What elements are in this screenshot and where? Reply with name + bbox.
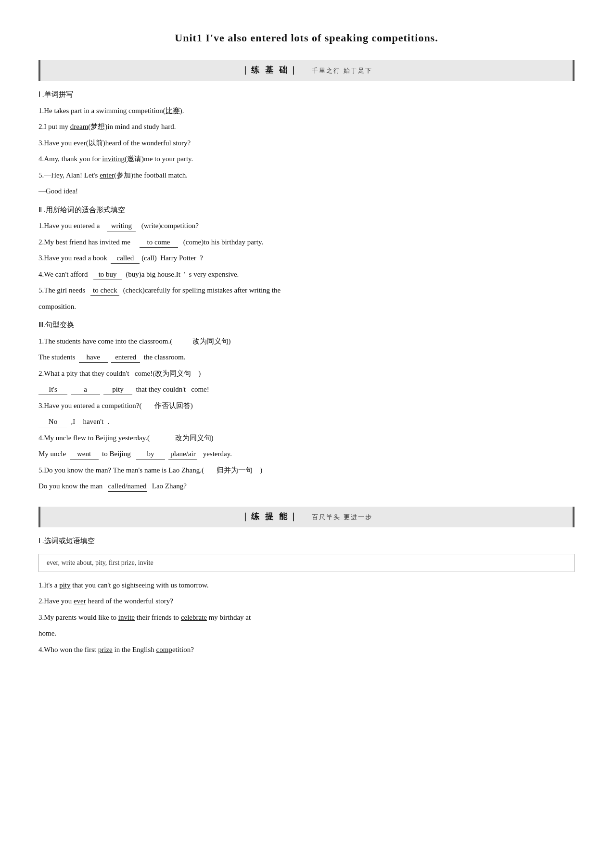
banner2-subtitle: 百尺竿头 更进一步 [312,513,372,521]
banner2-main: ｜练 提 能｜ [241,512,300,521]
s1-line4: 4.Amy, thank you for inviting(邀请)me to y… [38,152,575,166]
s3-item1-a: The students have entered the classroom. [38,350,575,364]
s3-item5-a: Do you know the man called/named Lao Zha… [38,479,575,493]
s2-line2: 2.My best friend has invited me to come … [38,235,575,249]
section4-title: Ⅰ .选词或短语填空 [38,535,575,548]
section1-title: Ⅰ .单词拼写 [38,89,575,101]
s2-line5: 5.The girl needs to check (check)careful… [38,283,575,297]
word-box: ever, write about, pity, first prize, in… [38,554,575,572]
banner-lian-jichu: ｜练 基 础｜ 千里之行 始于足下 [38,60,575,81]
s3-item2-a: It's a pity that they couldn't come! [38,383,575,396]
s3-item3-a: No ,I haven't. [38,415,575,429]
banner1-subtitle: 千里之行 始于足下 [312,67,372,74]
s3-item4-a: My uncle went to Beijing by plane/air ye… [38,447,575,461]
page-title: Unit1 I've also entered lots of speaking… [38,29,575,47]
s2-line3: 3.Have you read a book called (call) Har… [38,251,575,265]
s2-line1: 1.Have you entered a writing (write)comp… [38,219,575,233]
s1-line1: 1.He takes part in a swimming competitio… [38,104,575,118]
s1-line2: 2.I put my dream(梦想)in mind and study ha… [38,120,575,134]
s4-line3b: home. [38,626,575,640]
s4-line1: 1.It's a pity that you can't go sightsee… [38,578,575,592]
s4-line3: 3.My parents would like to invite their … [38,611,575,625]
s4-line2: 2.Have you ever heard of the wonderful s… [38,594,575,608]
s1-line3: 3.Have you ever(以前)heard of the wonderfu… [38,136,575,150]
s3-item3-q: 3.Have you entered a competition?( 作否认回答… [38,399,575,413]
section2-title: Ⅱ .用所给词的适合形式填空 [38,204,575,217]
s3-item2-q: 2.What a pity that they couldn't come!(改… [38,367,575,381]
s3-item1-q: 1.The students have come into the classr… [38,334,575,348]
s2-line5b: composition. [38,300,575,314]
s1-line6: —Good idea! [38,184,575,198]
s2-line4: 4.We can't afford to buy (buy)a big hous… [38,268,575,281]
s3-item5-q: 5.Do you know the man? The man's name is… [38,463,575,477]
s1-line5: 5.—Hey, Alan! Let's enter(参加)the footbal… [38,168,575,182]
section3-title: Ⅲ.句型变换 [38,319,575,332]
s4-line4: 4.Who won the first prize in the English… [38,643,575,657]
banner-lian-tineng: ｜练 提 能｜ 百尺竿头 更进一步 [38,507,575,527]
banner1-main: ｜练 基 础｜ [241,65,300,75]
s3-item4-q: 4.My uncle flew to Beijing yesterday.( 改… [38,431,575,445]
